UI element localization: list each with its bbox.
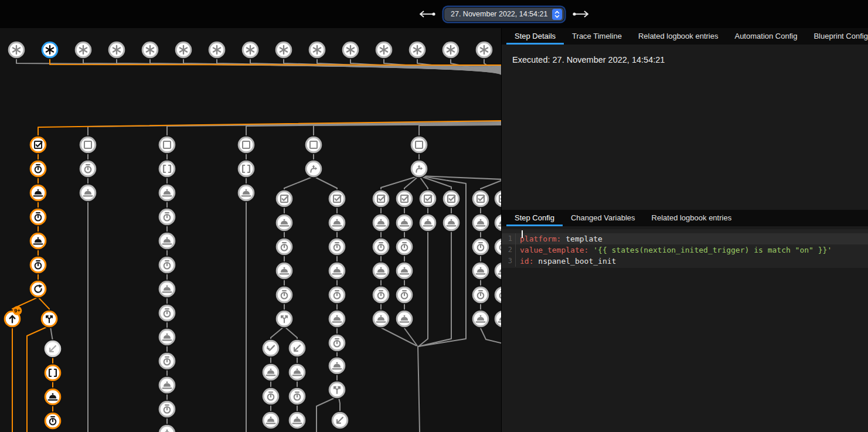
trace-node-bell[interactable] <box>395 213 414 232</box>
trace-node-bell[interactable] <box>328 213 346 232</box>
trace-node-timer[interactable] <box>158 208 176 226</box>
trace-node-bell[interactable] <box>158 280 176 298</box>
trace-node-bell[interactable] <box>79 183 97 202</box>
trace-node-timer[interactable] <box>395 237 414 256</box>
trace-node-bell[interactable] <box>158 376 176 394</box>
trace-graph-canvas[interactable]: 9+ <box>0 28 501 432</box>
trace-node-square[interactable] <box>158 135 176 154</box>
trace-node-bell[interactable] <box>372 309 390 328</box>
tab-step-config[interactable]: Step Config <box>506 210 563 226</box>
trace-node-timer[interactable] <box>275 285 294 304</box>
trace-node-bell[interactable] <box>418 213 437 232</box>
trace-node-bell[interactable] <box>372 261 390 280</box>
trace-node-checkbox[interactable] <box>418 189 437 208</box>
trace-node-bell[interactable] <box>275 213 294 232</box>
trace-node-bell[interactable] <box>158 424 176 432</box>
trace-node-bell[interactable] <box>288 411 307 430</box>
trace-node-bell[interactable] <box>29 183 47 202</box>
trace-node-bell[interactable] <box>493 309 501 328</box>
trace-node-timer[interactable] <box>328 285 346 304</box>
trace-node-bell[interactable] <box>275 261 294 280</box>
trace-node-timer[interactable] <box>158 400 176 419</box>
trace-node-checkbox[interactable] <box>29 135 47 154</box>
trace-node-decision[interactable] <box>304 159 323 178</box>
trace-node-bell[interactable] <box>158 183 176 202</box>
trace-node-checkbox[interactable] <box>372 189 390 208</box>
trace-node-bell[interactable] <box>395 309 414 328</box>
trace-node-timer[interactable] <box>493 285 501 304</box>
tab-changed-variables[interactable]: Changed Variables <box>563 210 644 226</box>
yaml-editor[interactable]: 1 platform: template 2 value_template: '… <box>502 229 868 268</box>
trace-node-checkbox[interactable] <box>442 189 461 208</box>
trace-node-brackets[interactable] <box>237 159 256 178</box>
trace-node-checkbox[interactable] <box>328 189 346 208</box>
trace-node-timer[interactable] <box>29 256 47 274</box>
trace-node-bell[interactable] <box>471 261 490 280</box>
trace-node-checkbox[interactable] <box>395 189 414 208</box>
trace-node-timer[interactable] <box>493 237 501 256</box>
trace-node-bell[interactable] <box>261 411 280 430</box>
trace-node-asterisk[interactable] <box>475 40 493 59</box>
tab-automation-config[interactable]: Automation Config <box>726 28 805 45</box>
trace-node-bell[interactable] <box>261 363 280 382</box>
trace-node-bell[interactable] <box>288 363 307 382</box>
trace-node-timer[interactable] <box>471 285 490 304</box>
trace-node-timer[interactable] <box>43 411 62 430</box>
trace-node-asterisk[interactable] <box>174 40 193 59</box>
trace-node-bell[interactable] <box>328 261 346 280</box>
trace-node-refresh[interactable] <box>29 280 47 298</box>
trace-node-asterisk[interactable] <box>274 40 293 59</box>
trace-node-split[interactable] <box>328 380 346 399</box>
trace-node-decision[interactable] <box>410 159 428 178</box>
trace-node-bell[interactable] <box>372 213 390 232</box>
trace-node-square[interactable] <box>410 135 428 154</box>
trace-node-bell[interactable] <box>471 213 490 232</box>
trace-node-bell[interactable] <box>328 356 346 375</box>
trace-node-timer[interactable] <box>29 159 47 178</box>
trace-node-asterisk[interactable] <box>7 40 26 59</box>
trace-node-arrow-check[interactable] <box>261 339 280 358</box>
trace-node-split[interactable] <box>40 309 59 328</box>
trace-node-asterisk[interactable] <box>141 40 159 59</box>
trace-node-asterisk[interactable] <box>441 40 460 59</box>
tab-step-details[interactable]: Step Details <box>506 28 564 45</box>
tab-related-logbook-entries-2[interactable]: Related logbook entries <box>644 210 740 226</box>
trace-node-asterisk[interactable] <box>74 40 93 59</box>
trace-node-timer[interactable] <box>79 159 97 178</box>
trace-node-arrow-bl[interactable] <box>43 339 62 358</box>
trace-node-timer[interactable] <box>328 237 346 256</box>
trace-node-bell[interactable] <box>43 387 62 406</box>
trace-node-timer[interactable] <box>328 334 346 352</box>
trace-node-bell[interactable] <box>395 261 414 280</box>
trace-node-asterisk[interactable] <box>107 40 126 59</box>
trace-node-bell[interactable] <box>471 309 490 328</box>
trace-node-timer[interactable] <box>471 237 490 256</box>
trace-node-bell[interactable] <box>237 183 256 202</box>
trace-node-brackets[interactable] <box>43 363 62 382</box>
previous-run-button[interactable] <box>417 9 437 19</box>
trace-node-bell[interactable] <box>29 232 47 250</box>
trace-node-timer[interactable] <box>372 285 390 304</box>
trace-node-asterisk[interactable] <box>341 40 360 59</box>
trace-node-bell[interactable] <box>328 309 346 328</box>
trace-node-timer[interactable] <box>158 352 176 370</box>
trace-node-timer[interactable] <box>395 285 414 304</box>
tab-related-logbook-entries[interactable]: Related logbook entries <box>630 28 727 45</box>
trace-node-timer[interactable] <box>158 304 176 322</box>
trace-node-timer[interactable] <box>29 208 47 226</box>
trace-node-bell[interactable] <box>493 213 501 232</box>
trace-node-square[interactable] <box>237 135 256 154</box>
trace-node-asterisk[interactable] <box>308 40 326 59</box>
tab-trace-timeline[interactable]: Trace Timeline <box>564 28 630 45</box>
trace-node-split[interactable] <box>275 309 294 328</box>
trace-node-timer[interactable] <box>158 256 176 274</box>
tab-blueprint-config[interactable]: Blueprint Config <box>805 28 868 45</box>
trace-node-bell[interactable] <box>493 261 501 280</box>
trace-node-asterisk[interactable] <box>408 40 427 59</box>
trace-node-checkbox[interactable] <box>471 189 490 208</box>
trace-node-asterisk[interactable] <box>241 40 260 59</box>
trace-node-asterisk[interactable] <box>40 40 59 59</box>
trace-node-brackets[interactable] <box>158 159 176 178</box>
trace-node-bell[interactable] <box>442 213 461 232</box>
trace-node-arrow-bl[interactable] <box>331 411 349 430</box>
